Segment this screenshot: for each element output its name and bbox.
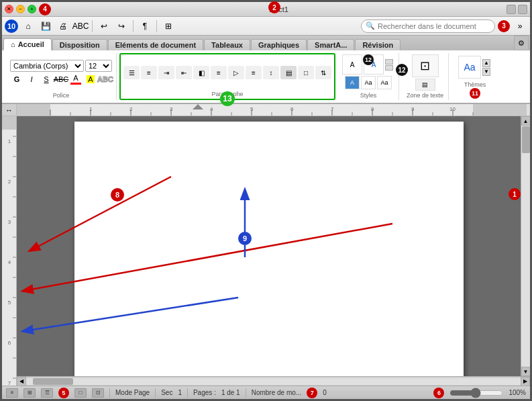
view-btn[interactable]: ⊞: [161, 19, 176, 34]
align-right-btn[interactable]: ▷: [228, 66, 244, 79]
zoom-slider[interactable]: [449, 389, 503, 397]
win-control-1[interactable]: [507, 5, 516, 14]
underline-btn[interactable]: S: [40, 73, 53, 85]
maximize-button[interactable]: +: [28, 5, 36, 13]
zone-group-label: Zone de texte: [407, 92, 443, 99]
bold-btn[interactable]: G: [10, 73, 23, 85]
style-aa-btn[interactable]: Aa: [361, 76, 376, 89]
tab-revision[interactable]: Révision: [355, 39, 401, 50]
sep-3: [156, 20, 157, 32]
list-num-btn[interactable]: ≡: [141, 66, 157, 79]
pilcrow-btn[interactable]: ¶: [138, 19, 152, 34]
style-scroll-down[interactable]: [385, 65, 393, 71]
svg-text:3: 3: [170, 106, 173, 112]
font-name-select[interactable]: Cambria (Corps): [10, 60, 84, 72]
toolbar-expand-btn[interactable]: »: [513, 19, 527, 34]
scroll-h-thumb[interactable]: [33, 378, 73, 385]
doc-container[interactable]: [17, 116, 521, 376]
svg-text:2: 2: [129, 106, 133, 112]
close-button[interactable]: ✕: [5, 5, 13, 13]
style-color-btn[interactable]: A: [345, 76, 360, 89]
shading-btn[interactable]: ▤: [280, 66, 297, 79]
scroll-track: [521, 126, 531, 367]
style-aa2-btn[interactable]: Aa: [377, 76, 392, 89]
themes-arrow-up[interactable]: ▲: [482, 59, 490, 67]
print-btn[interactable]: 🖨: [56, 19, 70, 34]
scroll-down-btn[interactable]: ▼: [521, 367, 531, 376]
font-group-label: Police: [53, 92, 70, 99]
styles-group-label: Styles: [360, 92, 377, 99]
ruler-corner[interactable]: ↔: [2, 104, 16, 116]
textbox-opt-btn[interactable]: ▤: [415, 79, 435, 91]
vertical-ruler-svg: 1 2 3 4 5 6 7: [2, 116, 17, 386]
window-controls: [507, 5, 527, 14]
border-btn[interactable]: □: [298, 66, 314, 79]
list-bullet-btn[interactable]: ☰: [123, 66, 140, 79]
svg-text:5: 5: [250, 106, 254, 112]
sep-2: [133, 20, 134, 32]
status-bar: ≡ ⊞ ☰ 5 □ ⊡ Mode Page Sec 1 Pages : 1 de…: [2, 386, 530, 399]
minimize-button[interactable]: −: [16, 5, 25, 13]
line-spacing-btn[interactable]: ↕: [263, 66, 279, 79]
strikethrough-btn[interactable]: ABC: [54, 73, 68, 85]
align-center-btn[interactable]: ≡: [211, 66, 227, 79]
undo-btn[interactable]: ↩: [97, 19, 111, 34]
svg-text:1: 1: [89, 106, 93, 112]
scroll-up-btn[interactable]: ▲: [521, 116, 531, 126]
scroll-left-btn[interactable]: ◀: [17, 377, 26, 386]
sort-btn[interactable]: ⇅: [315, 66, 331, 79]
tab-tableaux[interactable]: Tableaux: [204, 39, 250, 50]
search-input[interactable]: [378, 22, 485, 30]
doc-column: 1 2 3 4 5 6: [17, 104, 530, 386]
themes-aa-btn[interactable]: Aa: [458, 56, 481, 79]
svg-text:7: 7: [331, 106, 334, 112]
tab-graphiques[interactable]: Graphiques: [251, 39, 307, 50]
textbox-btn[interactable]: ⊡: [412, 54, 439, 77]
svg-text:10: 10: [449, 106, 456, 112]
ribbon-group-styles: A A A Aa Aa Styles 12: [338, 53, 399, 100]
font-color-btn[interactable]: A: [69, 73, 83, 85]
scroll-right-btn[interactable]: ▶: [521, 377, 530, 386]
themes-arrow-down[interactable]: ▼: [482, 68, 490, 76]
view-btn-5[interactable]: ⊡: [92, 388, 104, 398]
italic-btn[interactable]: I: [25, 73, 38, 85]
badge-4: 4: [39, 3, 51, 15]
ruler-horizontal: 1 2 3 4 5 6: [17, 104, 530, 116]
list-indent-btn[interactable]: ⇥: [158, 66, 174, 79]
badge-9: 9: [238, 232, 252, 245]
align-left-btn[interactable]: ◧: [193, 66, 209, 79]
svg-rect-26: [473, 104, 527, 116]
styles-btn-row: A Aa Aa: [345, 76, 392, 89]
ribbon-gear-btn[interactable]: ⚙: [514, 36, 529, 50]
list-indent2-btn[interactable]: ⇤: [176, 66, 192, 79]
style-scroll-up[interactable]: [385, 59, 393, 64]
horizontal-ruler-svg: 1 2 3 4 5 6: [17, 104, 527, 116]
tab-smartart[interactable]: SmartA...: [307, 39, 354, 50]
tab-accueil[interactable]: ⌂ Accueil: [3, 38, 52, 50]
status-sep-1: [109, 388, 110, 398]
svg-text:2: 2: [8, 179, 11, 185]
highlight-btn[interactable]: A: [84, 73, 97, 85]
style-scroll: [385, 54, 394, 75]
view-btn-2[interactable]: ⊞: [23, 388, 36, 398]
font-row2: G I S ABC A A ABC: [10, 73, 112, 85]
spell-btn[interactable]: ABC: [73, 19, 88, 34]
search-box[interactable]: 🔍: [361, 19, 495, 33]
view-btn-4[interactable]: □: [74, 388, 87, 398]
font-outline-btn[interactable]: ABC: [99, 73, 112, 85]
tab-disposition[interactable]: Disposition: [52, 39, 107, 50]
style-normal[interactable]: A: [342, 54, 362, 75]
svg-text:3: 3: [8, 219, 11, 225]
scroll-thumb[interactable]: [522, 126, 530, 153]
view-btn-3[interactable]: ☰: [41, 388, 53, 398]
redo-btn[interactable]: ↪: [114, 19, 129, 34]
align-justify-btn[interactable]: ≡: [246, 66, 262, 79]
tab-elements[interactable]: Eléments de document: [108, 39, 203, 50]
svg-text:1: 1: [8, 138, 11, 144]
badge-8: 8: [111, 188, 124, 202]
save-btn[interactable]: 💾: [38, 19, 53, 34]
home-toolbar-btn[interactable]: ⌂: [21, 19, 36, 34]
win-control-2[interactable]: [518, 5, 527, 14]
font-size-select[interactable]: 12: [85, 60, 112, 72]
view-btn-1[interactable]: ≡: [6, 388, 18, 398]
